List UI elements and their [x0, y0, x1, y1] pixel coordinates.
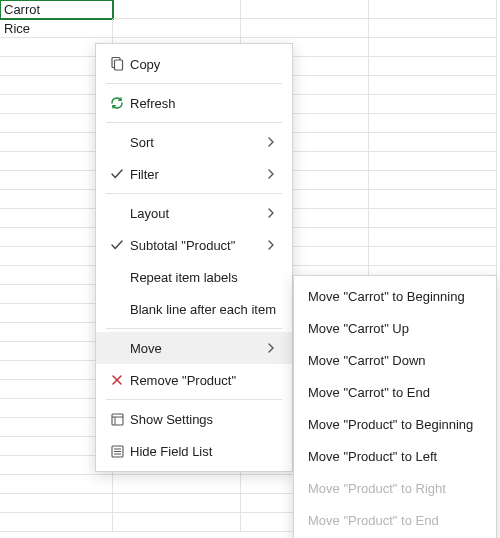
checkmark-icon — [106, 167, 128, 181]
submenu-move-product-left[interactable]: Move "Product" to Left — [294, 440, 496, 472]
field-list-icon — [106, 444, 128, 459]
submenu-move-down[interactable]: Move "Carrot" Down — [294, 344, 496, 376]
menu-show-settings[interactable]: Show Settings — [96, 403, 292, 435]
refresh-icon — [106, 95, 128, 111]
menu-label: Remove "Product" — [128, 373, 282, 388]
menu-refresh[interactable]: Refresh — [96, 87, 292, 119]
chevron-right-icon — [266, 208, 282, 218]
menu-move[interactable]: Move — [96, 332, 292, 364]
remove-icon — [106, 373, 128, 387]
context-menu: Copy Refresh Sort Filter Layout — [95, 43, 293, 472]
submenu-move-product-beginning[interactable]: Move "Product" to Beginning — [294, 408, 496, 440]
cell-a2[interactable]: Rice — [0, 19, 113, 38]
copy-icon — [106, 56, 128, 72]
chevron-right-icon — [266, 343, 282, 353]
cell-a1[interactable]: Carrot — [0, 0, 113, 19]
menu-separator — [106, 122, 282, 123]
menu-subtotal[interactable]: Subtotal "Product" — [96, 229, 292, 261]
settings-icon — [106, 412, 128, 427]
svg-rect-2 — [112, 414, 123, 425]
menu-label: Copy — [128, 57, 282, 72]
menu-hide-field-list[interactable]: Hide Field List — [96, 435, 292, 467]
chevron-right-icon — [266, 137, 282, 147]
submenu-move-to-end[interactable]: Move "Carrot" to End — [294, 376, 496, 408]
submenu-move-up[interactable]: Move "Carrot" Up — [294, 312, 496, 344]
move-submenu: Move "Carrot" to Beginning Move "Carrot"… — [293, 275, 497, 538]
menu-label: Blank line after each item — [128, 302, 282, 317]
menu-label: Repeat item labels — [128, 270, 282, 285]
chevron-right-icon — [266, 169, 282, 179]
menu-label: Subtotal "Product" — [128, 238, 266, 253]
svg-rect-1 — [115, 60, 123, 70]
menu-label: Filter — [128, 167, 266, 182]
submenu-move-to-beginning[interactable]: Move "Carrot" to Beginning — [294, 280, 496, 312]
menu-label: Sort — [128, 135, 266, 150]
menu-label: Move — [128, 341, 266, 356]
menu-remove[interactable]: Remove "Product" — [96, 364, 292, 396]
menu-separator — [106, 399, 282, 400]
menu-label: Show Settings — [128, 412, 282, 427]
menu-layout[interactable]: Layout — [96, 197, 292, 229]
chevron-right-icon — [266, 240, 282, 250]
menu-label: Hide Field List — [128, 444, 282, 459]
checkmark-icon — [106, 238, 128, 252]
menu-filter[interactable]: Filter — [96, 158, 292, 190]
menu-repeat-item-labels[interactable]: Repeat item labels — [96, 261, 292, 293]
menu-label: Layout — [128, 206, 266, 221]
menu-label: Refresh — [128, 96, 282, 111]
menu-copy[interactable]: Copy — [96, 48, 292, 80]
submenu-move-product-right: Move "Product" to Right — [294, 472, 496, 504]
menu-separator — [106, 83, 282, 84]
submenu-move-product-end: Move "Product" to End — [294, 504, 496, 536]
menu-blank-line[interactable]: Blank line after each item — [96, 293, 292, 325]
menu-separator — [106, 193, 282, 194]
menu-sort[interactable]: Sort — [96, 126, 292, 158]
menu-separator — [106, 328, 282, 329]
